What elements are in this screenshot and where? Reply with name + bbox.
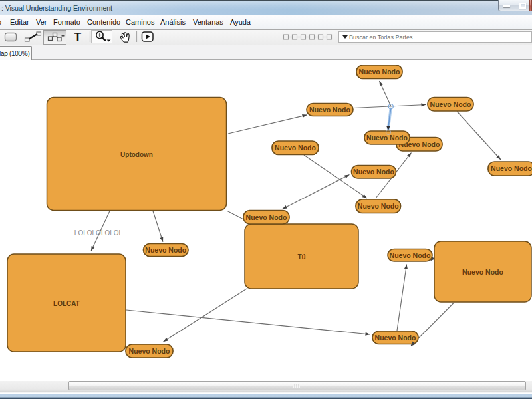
svg-text:Nuevo Nodo: Nuevo Nodo xyxy=(430,100,471,108)
svg-text:Nuevo Nodo: Nuevo Nodo xyxy=(491,164,532,172)
svg-text:Nuevo Nodo: Nuevo Nodo xyxy=(359,68,400,76)
svg-text:Nuevo Nodo: Nuevo Nodo xyxy=(275,144,316,152)
svg-text:Nuevo Nodo: Nuevo Nodo xyxy=(358,202,399,210)
svg-text:Nuevo Nodo: Nuevo Nodo xyxy=(309,106,350,114)
svg-text:Nuevo Nodo: Nuevo Nodo xyxy=(129,347,170,355)
svg-text:Nuevo Nodo: Nuevo Nodo xyxy=(462,268,503,276)
svg-text:Uptodown: Uptodown xyxy=(120,151,153,158)
svg-text:Nuevo Nodo: Nuevo Nodo xyxy=(375,334,416,342)
svg-text:T: T xyxy=(74,31,82,43)
svg-text:Nuevo Nodo: Nuevo Nodo xyxy=(246,213,287,221)
svg-text:Tú: Tú xyxy=(297,253,305,261)
svg-text:Nuevo Nodo: Nuevo Nodo xyxy=(390,251,431,259)
svg-text:Nuevo Nodo: Nuevo Nodo xyxy=(145,246,186,254)
svg-text:LOLCAT: LOLCAT xyxy=(53,300,80,307)
svg-text:LOLOLOLOLOL: LOLOLOLOLOL xyxy=(74,229,123,237)
svg-text:Nuevo Nodo: Nuevo Nodo xyxy=(366,134,408,142)
svg-text:Nuevo Nodo: Nuevo Nodo xyxy=(353,168,394,176)
